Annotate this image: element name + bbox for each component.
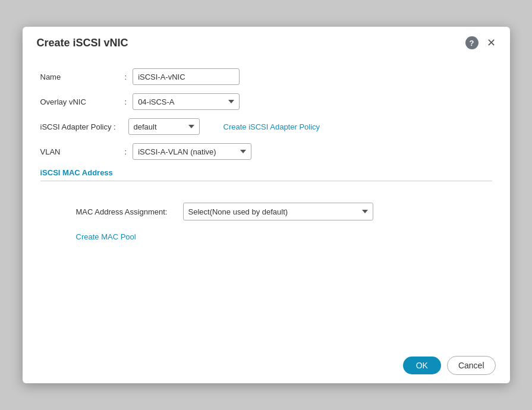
- overlay-vnic-select[interactable]: 04-iSCS-A: [133, 93, 240, 110]
- create-mac-pool-link[interactable]: Create MAC Pool: [76, 232, 136, 241]
- name-separator: :: [125, 72, 127, 81]
- cancel-button[interactable]: Cancel: [447, 356, 496, 375]
- iscsi-mac-address-section-label: iSCSI MAC Address: [40, 168, 492, 177]
- overlay-vnic-label: Overlay vNIC: [40, 97, 124, 106]
- create-iscsi-vnic-dialog: Create iSCSI vNIC ? ✕ Name : Overlay vNI…: [23, 27, 510, 383]
- help-button[interactable]: ?: [465, 36, 479, 49]
- mac-assignment-select[interactable]: Select(None used by default): [183, 203, 373, 220]
- name-input[interactable]: [133, 68, 240, 85]
- dialog-title: Create iSCSI vNIC: [37, 37, 128, 49]
- ok-button[interactable]: OK: [403, 357, 441, 374]
- overlay-vnic-row: Overlay vNIC : 04-iSCS-A: [40, 93, 492, 110]
- vlan-label: VLAN: [40, 147, 124, 156]
- iscsi-adapter-policy-row: iSCSI Adapter Policy : default Create iS…: [40, 118, 492, 135]
- mac-assignment-label: MAC Address Assignment:: [76, 207, 183, 216]
- vlan-select[interactable]: iSCSI-A-VLAN (native): [133, 143, 251, 160]
- dialog-footer: OK Cancel: [23, 348, 510, 383]
- header-actions: ? ✕: [465, 36, 498, 49]
- mac-assignment-row: MAC Address Assignment: Select(None used…: [76, 203, 492, 220]
- iscsi-mac-address-section-divider: iSCSI MAC Address: [40, 168, 492, 181]
- dialog-header: Create iSCSI vNIC ? ✕: [23, 27, 510, 56]
- iscsi-adapter-separator: :: [114, 122, 116, 131]
- iscsi-adapter-policy-label: iSCSI Adapter Policy :: [40, 122, 124, 131]
- close-button[interactable]: ✕: [484, 36, 498, 49]
- name-row: Name :: [40, 68, 492, 85]
- overlay-vnic-separator: :: [125, 97, 127, 106]
- section-divider-line: [40, 181, 492, 181]
- mac-address-section: MAC Address Assignment: Select(None used…: [40, 191, 492, 248]
- dialog-body: Name : Overlay vNIC : 04-iSCS-A iSCSI Ad…: [23, 56, 510, 348]
- vlan-row: VLAN : iSCSI-A-VLAN (native): [40, 143, 492, 160]
- create-iscsi-adapter-policy-link[interactable]: Create iSCSI Adapter Policy: [223, 122, 320, 131]
- iscsi-adapter-policy-select[interactable]: default: [128, 118, 200, 135]
- name-label: Name: [40, 72, 124, 81]
- vlan-separator: :: [125, 147, 127, 156]
